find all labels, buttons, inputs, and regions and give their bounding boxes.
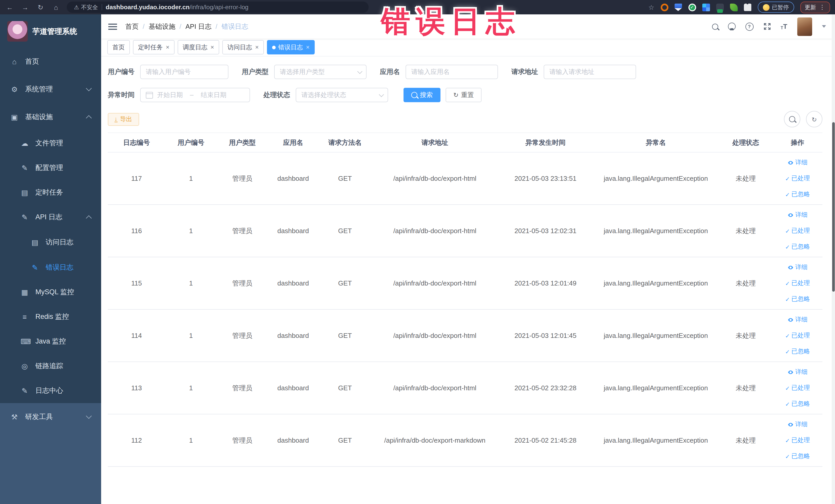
- sidebar-item-label: 基础设施: [25, 113, 53, 122]
- cell-time: 2021-05-03 23:13:51: [498, 175, 593, 182]
- tab-访问日志[interactable]: 访问日志×: [222, 40, 264, 55]
- table-header-row: 日志编号用户编号用户类型应用名请求方法名请求地址异常发生时间异常名处理状态操作: [108, 133, 822, 153]
- app-logo-row[interactable]: 芋道管理系统: [0, 14, 101, 48]
- refresh-icon: [453, 92, 459, 99]
- action-详细[interactable]: 详细: [788, 263, 808, 271]
- request-url-placeholder: 请输入请求地址: [549, 67, 594, 76]
- sidebar-item-访问日志[interactable]: 访问日志: [0, 229, 101, 255]
- process-status-select[interactable]: 请选择处理状态: [296, 88, 388, 102]
- browser-reload-icon[interactable]: ↻: [36, 3, 45, 11]
- tab-错误日志[interactable]: 错误日志×: [267, 40, 315, 55]
- action-已处理[interactable]: 已处理: [785, 279, 810, 287]
- extension-leaf-icon[interactable]: [730, 3, 737, 11]
- action-已忽略[interactable]: 已忽略: [785, 452, 810, 461]
- request-url-input[interactable]: 请输入请求地址: [544, 65, 636, 79]
- action-详细[interactable]: 详细: [788, 315, 808, 324]
- browser-menu-kebab-icon[interactable]: ⋮: [819, 4, 825, 11]
- tab-close-icon[interactable]: ×: [210, 44, 214, 50]
- action-已忽略[interactable]: 已忽略: [785, 400, 810, 408]
- tab-调度日志[interactable]: 调度日志×: [178, 40, 219, 55]
- avatar-caret-icon[interactable]: [822, 25, 826, 28]
- action-已处理[interactable]: 已处理: [785, 226, 810, 235]
- extension-check-icon[interactable]: ✓: [688, 3, 696, 11]
- sidebar-item-研发工具[interactable]: 研发工具: [0, 403, 101, 431]
- github-icon[interactable]: [728, 23, 735, 30]
- action-详细[interactable]: 详细: [788, 210, 808, 219]
- refresh-table-button[interactable]: [806, 111, 822, 127]
- extension-icon[interactable]: [660, 3, 668, 11]
- action-详细[interactable]: 详细: [788, 158, 808, 167]
- sidebar-item-基础设施[interactable]: 基础设施: [0, 103, 101, 131]
- fullscreen-icon[interactable]: [763, 23, 771, 30]
- tab-定时任务[interactable]: 定时任务×: [133, 40, 175, 55]
- action-已忽略[interactable]: 已忽略: [785, 295, 810, 303]
- search-icon[interactable]: [712, 23, 718, 29]
- action-已处理[interactable]: 已处理: [785, 384, 810, 392]
- sidebar-item-链路追踪[interactable]: 链路追踪: [0, 354, 101, 379]
- action-label: 已忽略: [791, 452, 810, 461]
- user-avatar[interactable]: [797, 17, 812, 36]
- browser-back-icon[interactable]: ←: [5, 3, 14, 11]
- sidebar-item-配置管理[interactable]: 配置管理: [0, 156, 101, 180]
- breadcrumb-item[interactable]: API 日志: [186, 22, 211, 31]
- sidebar-item-系统管理[interactable]: 系统管理: [0, 76, 101, 103]
- user-type-select[interactable]: 请选择用户类型: [274, 65, 367, 79]
- sidebar-item-Java 监控[interactable]: Java 监控: [0, 329, 101, 354]
- font-size-icon[interactable]: [780, 23, 787, 30]
- action-label: 已忽略: [791, 242, 810, 251]
- sidebar-collapse-icon[interactable]: [108, 23, 117, 29]
- action-已处理[interactable]: 已处理: [785, 436, 810, 445]
- breadcrumb-item[interactable]: 基础设施: [149, 22, 175, 31]
- tab-close-icon[interactable]: ×: [255, 44, 259, 50]
- column-header-用户类型: 用户类型: [217, 138, 268, 147]
- reset-button-label: 重置: [461, 90, 474, 99]
- sidebar-item-Redis 监控[interactable]: Redis 监控: [0, 304, 101, 329]
- action-已处理[interactable]: 已处理: [785, 174, 810, 183]
- tab-首页[interactable]: 首页: [107, 40, 130, 55]
- toggle-search-button[interactable]: [784, 111, 800, 127]
- security-indicator[interactable]: ⚠不安全: [74, 3, 98, 11]
- search-button[interactable]: 搜索: [404, 88, 441, 102]
- sidebar-item-API 日志[interactable]: API 日志: [0, 205, 101, 229]
- browser-update-button[interactable]: 更新⋮: [800, 1, 830, 13]
- sidebar-item-MySQL 监控[interactable]: MySQL 监控: [0, 280, 101, 304]
- exception-time-range-picker[interactable]: 开始日期 – 结束日期: [140, 88, 250, 102]
- reset-button[interactable]: 重置: [446, 88, 482, 102]
- action-已忽略[interactable]: 已忽略: [785, 347, 810, 356]
- action-已忽略[interactable]: 已忽略: [785, 190, 810, 199]
- chevron-down-icon: [86, 85, 92, 92]
- check-icon: [785, 243, 790, 250]
- browser-home-icon[interactable]: ⌂: [51, 3, 61, 11]
- sidebar-item-错误日志[interactable]: 错误日志: [0, 255, 101, 280]
- address-bar[interactable]: ⚠不安全 dashboard.yudao.iocoder.cn/infra/lo…: [67, 2, 369, 13]
- sidebar-item-日志中心[interactable]: 日志中心: [0, 379, 101, 403]
- help-icon[interactable]: [745, 22, 753, 31]
- user-id-input[interactable]: 请输入用户编号: [140, 65, 228, 79]
- annotation-overlay: 错误日志: [381, 2, 521, 42]
- profile-paused-chip[interactable]: 已暂停: [757, 2, 794, 13]
- extension-switch-icon[interactable]: [716, 3, 724, 11]
- extensions-puzzle-icon[interactable]: [744, 3, 751, 11]
- search-button-label: 搜索: [420, 90, 433, 99]
- scrollbar-thumb[interactable]: [832, 122, 834, 292]
- sidebar-item-定时任务[interactable]: 定时任务: [0, 180, 101, 205]
- action-已处理[interactable]: 已处理: [785, 331, 810, 340]
- action-已忽略[interactable]: 已忽略: [785, 242, 810, 251]
- export-button[interactable]: 导出: [108, 113, 139, 125]
- breadcrumb-item[interactable]: 首页: [125, 22, 139, 31]
- devtools-icon: [10, 413, 19, 421]
- sidebar-item-文件管理[interactable]: 文件管理: [0, 131, 101, 156]
- page-scrollbar[interactable]: [831, 14, 835, 504]
- bookmark-star-icon[interactable]: ☆: [648, 3, 654, 11]
- check-icon: [785, 384, 790, 391]
- tab-close-icon[interactable]: ×: [306, 44, 309, 50]
- app-name-input[interactable]: 请输入应用名: [406, 65, 498, 79]
- browser-forward-icon[interactable]: →: [21, 3, 30, 11]
- action-详细[interactable]: 详细: [788, 368, 808, 377]
- action-详细[interactable]: 详细: [788, 420, 808, 429]
- tab-close-icon[interactable]: ×: [166, 44, 169, 50]
- extension-grid-icon[interactable]: [702, 3, 710, 11]
- sidebar-item-首页[interactable]: 首页: [0, 48, 101, 76]
- extension-shield-icon[interactable]: [674, 3, 682, 11]
- cell-id: 116: [108, 227, 165, 235]
